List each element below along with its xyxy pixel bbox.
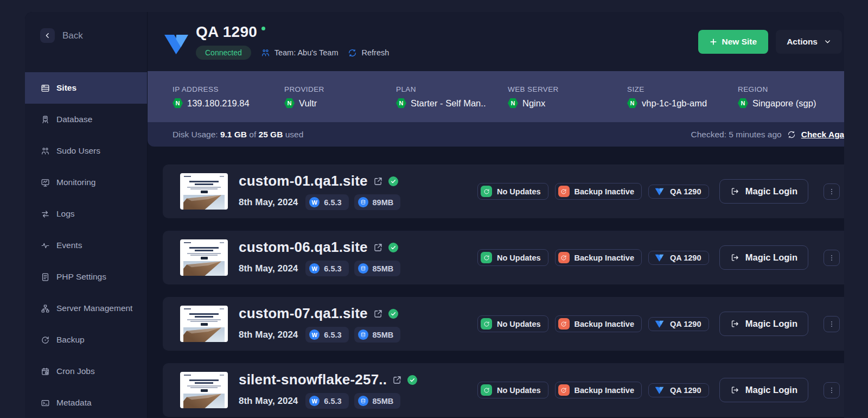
- check-again-link[interactable]: Check Again: [801, 130, 844, 140]
- magic-login-button[interactable]: Magic Login: [719, 179, 808, 204]
- sidebar-item-server-management[interactable]: Server Management: [25, 293, 147, 324]
- login-icon: [730, 319, 739, 328]
- sidebar-item-cron-jobs[interactable]: Cron Jobs: [25, 356, 147, 387]
- site-name-link[interactable]: custom-06.qa1.site: [239, 239, 368, 256]
- sidebar-item-label: Monitoring: [56, 178, 95, 187]
- site-name-link[interactable]: custom-07.qa1.site: [239, 305, 368, 322]
- server-tag-badge[interactable]: QA 1290: [648, 317, 709, 331]
- status-badge: Connected: [196, 46, 251, 60]
- site-size-pill: 85MB: [354, 261, 401, 276]
- server-tag-badge[interactable]: QA 1290: [648, 185, 709, 199]
- sidebar-item-backup[interactable]: Backup: [25, 324, 147, 356]
- sidebar-item-logs[interactable]: Logs: [25, 198, 147, 230]
- storage-icon: [358, 263, 368, 274]
- updates-status-badge[interactable]: No Updates: [477, 315, 548, 332]
- site-name-link[interactable]: custom-01.qa1.site: [239, 173, 368, 189]
- events-icon: [41, 241, 50, 250]
- site-card: silent-snowflake-257.. 8th May, 2024 W 6…: [163, 363, 844, 417]
- sidebar-item-sudo-users[interactable]: Sudo Users: [25, 135, 147, 167]
- updates-status-badge[interactable]: No Updates: [477, 382, 548, 398]
- sidebar-item-label: Backup: [56, 335, 85, 345]
- site-created-date: 8th May, 2024: [239, 197, 298, 208]
- sidebar-item-events[interactable]: Events: [25, 230, 147, 261]
- site-actions: Magic Login: [719, 378, 840, 402]
- refresh-button[interactable]: Refresh: [348, 48, 389, 58]
- sidebar-item-database[interactable]: Database: [25, 104, 147, 135]
- new-site-label: New Site: [722, 37, 757, 47]
- backup-status-badge[interactable]: Backup Inactive: [555, 183, 642, 200]
- server-info-column: PLAN N Starter - Self Man..: [396, 85, 508, 109]
- vultr-logo-icon: [164, 32, 189, 55]
- info-label: SIZE: [627, 85, 738, 93]
- team-chip: Team: Abu's Team: [261, 48, 339, 58]
- disk-usage-text: Disk Usage: 9.1 GB of 25 GB used: [173, 130, 303, 140]
- site-created-date: 8th May, 2024: [239, 263, 298, 274]
- info-label: REGION: [738, 85, 844, 93]
- site-actions: Magic Login: [719, 312, 840, 336]
- sidebar-item-label: Server Management: [56, 303, 132, 313]
- server-header: QA 1290 Connected Team: Abu's Team: [148, 12, 844, 71]
- server-tag-badge[interactable]: QA 1290: [648, 383, 709, 397]
- site-actions: Magic Login: [719, 245, 840, 270]
- back-button[interactable]: Back: [25, 12, 147, 43]
- monitoring-icon: [41, 178, 50, 187]
- backup-rotate-icon: [558, 318, 570, 330]
- info-value: N Vultr: [284, 98, 396, 109]
- nginx-icon: N: [738, 98, 748, 109]
- kebab-menu-button[interactable]: [824, 382, 840, 398]
- new-site-button[interactable]: New Site: [698, 30, 769, 54]
- kebab-menu-button[interactable]: [824, 316, 840, 332]
- info-label: WEB SERVER: [508, 85, 627, 93]
- site-size-pill: 85MB: [354, 393, 401, 409]
- external-link-icon[interactable]: [373, 243, 383, 252]
- backup-rotate-icon: [558, 252, 570, 263]
- magic-login-button[interactable]: Magic Login: [719, 312, 808, 336]
- disk-total: 25 GB: [259, 130, 283, 139]
- external-link-icon[interactable]: [392, 375, 402, 385]
- site-name-link[interactable]: silent-snowflake-257..: [239, 371, 387, 388]
- magic-login-button[interactable]: Magic Login: [719, 245, 808, 270]
- magic-login-button[interactable]: Magic Login: [719, 378, 808, 402]
- site-ok-check-icon: [388, 176, 398, 186]
- updates-status-badge[interactable]: No Updates: [477, 183, 548, 200]
- wordpress-version-pill: W 6.5.3: [305, 194, 348, 210]
- wordpress-icon: W: [309, 396, 320, 406]
- kebab-menu-button[interactable]: [824, 250, 840, 266]
- vultr-logo-icon: [655, 254, 664, 262]
- back-label: Back: [62, 30, 83, 41]
- sidebar-item-label: Metadata: [56, 398, 92, 408]
- disk-used: 9.1 GB: [220, 130, 247, 139]
- login-icon: [730, 385, 739, 395]
- backup-status-badge[interactable]: Backup Inactive: [555, 315, 642, 332]
- backup-icon: [41, 335, 50, 345]
- php-settings-icon: [41, 273, 50, 282]
- login-icon: [730, 253, 739, 262]
- server-tag-badge[interactable]: QA 1290: [648, 251, 709, 265]
- site-badges: No Updates Backup Inactive QA 1290: [477, 382, 709, 398]
- vultr-logo-icon: [655, 386, 664, 394]
- vultr-logo-icon: [655, 187, 664, 195]
- storage-icon: [358, 197, 368, 207]
- site-thumbnail: [180, 173, 228, 210]
- site-ok-check-icon: [388, 243, 398, 252]
- info-value: N Starter - Self Man..: [396, 98, 508, 109]
- server-info-bar: IP ADDRESS N 139.180.219.84 PROVIDER N V…: [148, 71, 844, 122]
- sidebar-item-label: PHP Settings: [56, 272, 106, 282]
- sidebar-item-metadata[interactable]: Metadata: [25, 387, 147, 418]
- backup-status-badge[interactable]: Backup Inactive: [555, 249, 642, 266]
- actions-button[interactable]: Actions: [776, 30, 842, 54]
- sidebar-item-monitoring[interactable]: Monitoring: [25, 167, 147, 198]
- refresh-label: Refresh: [361, 48, 389, 57]
- kebab-menu-button[interactable]: [824, 183, 840, 200]
- site-list: custom-01.qa1.site 8th May, 2024 W 6.5.3: [148, 147, 844, 418]
- updates-refresh-icon: [481, 252, 492, 263]
- wordpress-icon: W: [309, 197, 320, 207]
- backup-rotate-icon: [558, 186, 570, 197]
- updates-refresh-icon: [481, 384, 492, 396]
- sidebar-item-sites[interactable]: Sites: [25, 72, 147, 104]
- backup-status-badge[interactable]: Backup Inactive: [555, 382, 642, 398]
- external-link-icon[interactable]: [373, 176, 383, 186]
- external-link-icon[interactable]: [373, 309, 383, 319]
- updates-status-badge[interactable]: No Updates: [477, 249, 548, 266]
- sidebar-item-php-settings[interactable]: PHP Settings: [25, 261, 147, 293]
